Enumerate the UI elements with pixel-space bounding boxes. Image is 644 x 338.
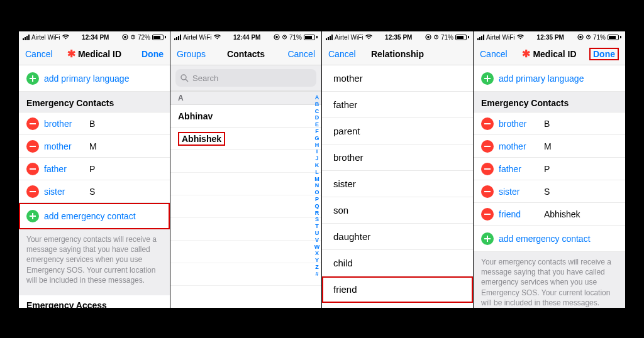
clock: 12:44 PM	[233, 34, 260, 41]
contact-name: P	[544, 164, 550, 174]
contact-relationship: brother	[44, 119, 80, 129]
remove-icon[interactable]	[481, 117, 494, 130]
contact-name: B	[544, 119, 550, 129]
remove-icon[interactable]	[26, 163, 39, 175]
carrier-label: Airtel WiFi	[183, 34, 212, 41]
svg-line-7	[186, 79, 188, 82]
remove-icon[interactable]	[26, 117, 39, 130]
nav-bar: Cancel ✱Medical ID Done	[19, 43, 170, 65]
battery-icon	[455, 35, 469, 40]
remove-icon[interactable]	[481, 208, 494, 221]
contact-name: M	[544, 141, 552, 151]
search-placeholder: Search	[192, 74, 218, 83]
add-emergency-contact-row[interactable]: add emergency contact	[474, 226, 625, 252]
signal-icon	[326, 35, 333, 40]
add-contact-label: add emergency contact	[44, 211, 136, 221]
svg-rect-12	[579, 36, 581, 38]
contact-relationship: friend	[499, 209, 535, 219]
carrier-label: Airtel WiFi	[486, 34, 515, 41]
remove-icon[interactable]	[481, 140, 494, 153]
status-bar: Airtel WiFi 12:44 PM 71%	[170, 31, 321, 43]
emergency-contact-row[interactable]: fatherP	[19, 158, 170, 180]
relationship-option[interactable]: friend	[322, 276, 473, 303]
cancel-button[interactable]: Cancel	[287, 49, 315, 59]
screen-medical-id-before: Airtel WiFi 12:34 PM 72% Cancel ✱Medical…	[19, 31, 170, 308]
cancel-button[interactable]: Cancel	[25, 49, 53, 59]
remove-icon[interactable]	[481, 163, 494, 175]
add-primary-language-row[interactable]: add primary language	[474, 65, 625, 92]
plus-icon	[481, 232, 494, 245]
contact-relationship: sister	[44, 187, 80, 197]
relationship-option[interactable]: daughter	[322, 224, 473, 250]
contact-relationship: mother	[499, 141, 535, 151]
relationship-option[interactable]: child	[322, 250, 473, 276]
alarm-icon	[130, 34, 136, 41]
signal-icon	[174, 35, 181, 40]
clock: 12:35 PM	[385, 34, 412, 41]
alarm-icon	[586, 34, 591, 41]
groups-button[interactable]: Groups	[177, 49, 206, 59]
remove-icon[interactable]	[26, 185, 39, 198]
emergency-contact-row[interactable]: brotherB	[474, 112, 625, 135]
svg-rect-1	[124, 36, 126, 38]
contact-relationship: sister	[499, 187, 535, 197]
emergency-access-header: Emergency Access	[19, 295, 170, 308]
signal-icon	[477, 35, 484, 40]
search-icon	[180, 74, 189, 82]
add-primary-language-row[interactable]: add primary language	[19, 65, 170, 92]
remove-icon[interactable]	[481, 185, 494, 198]
contact-relationship: brother	[499, 119, 535, 129]
status-bar: Airtel WiFi 12:34 PM 72%	[19, 31, 170, 43]
battery-percent: 71%	[441, 34, 453, 41]
status-bar: Airtel WiFi 12:35 PM 71%	[474, 31, 625, 43]
add-emergency-contact-row[interactable]: add emergency contact	[19, 203, 170, 229]
signal-icon	[23, 35, 30, 40]
relationship-option[interactable]: son	[322, 197, 473, 224]
rotation-lock-icon	[274, 34, 280, 40]
relationship-option[interactable]: sister	[322, 171, 473, 197]
contact-row[interactable]: Abhishek	[170, 128, 321, 150]
contact-name: S	[544, 187, 550, 197]
plus-icon	[481, 72, 494, 85]
relationship-list[interactable]: motherfatherparentbrothersistersondaught…	[322, 65, 473, 308]
emergency-contact-row[interactable]: brotherB	[19, 112, 170, 135]
battery-icon	[304, 35, 318, 40]
emergency-contact-row[interactable]: sisterS	[474, 180, 625, 203]
done-button[interactable]: Done	[589, 48, 619, 60]
plus-icon	[26, 72, 39, 85]
contact-name: B	[89, 119, 95, 129]
emergency-contact-row[interactable]: fatherP	[474, 158, 625, 180]
contact-name: S	[89, 187, 95, 197]
list-area: add primary language Emergency Contacts …	[474, 65, 625, 308]
emergency-contact-row[interactable]: motherM	[474, 135, 625, 158]
wifi-icon	[214, 35, 221, 40]
medical-id-star-icon: ✱	[67, 49, 75, 59]
contact-row[interactable]: Abhinav	[170, 105, 321, 128]
contact-relationship: father	[44, 164, 80, 174]
relationship-option[interactable]: mother	[322, 65, 473, 92]
relationship-option[interactable]: parent	[322, 118, 473, 144]
search-input[interactable]: Search	[175, 69, 316, 87]
svg-point-6	[181, 75, 186, 80]
wifi-icon	[62, 35, 69, 40]
cancel-button[interactable]: Cancel	[328, 49, 356, 59]
relationship-option[interactable]: father	[322, 92, 473, 118]
plus-icon	[26, 210, 39, 222]
add-language-label: add primary language	[44, 74, 129, 84]
section-letter: A	[170, 91, 321, 105]
four-screens: Airtel WiFi 12:34 PM 72% Cancel ✱Medical…	[19, 31, 625, 308]
emergency-contact-row[interactable]: motherM	[19, 135, 170, 158]
emergency-contact-row[interactable]: sisterS	[19, 180, 170, 203]
add-contact-label: add emergency contact	[499, 234, 591, 244]
battery-percent: 72%	[138, 34, 150, 41]
cancel-button[interactable]: Cancel	[480, 49, 508, 59]
relationship-option[interactable]: brother	[322, 144, 473, 171]
rotation-lock-icon	[122, 34, 128, 40]
screen-contacts-picker: Airtel WiFi 12:44 PM 71% Groups Contacts…	[170, 31, 322, 308]
alphabet-index[interactable]: ABCDEFGHIJKLMNOPQRSTUVWXYZ#	[313, 94, 321, 308]
carrier-label: Airtel WiFi	[335, 34, 364, 41]
remove-icon[interactable]	[26, 140, 39, 153]
contacts-list[interactable]: A Abhinav Abhishek	[170, 91, 321, 308]
emergency-contact-row[interactable]: friendAbhishek	[474, 203, 625, 226]
done-button[interactable]: Done	[142, 49, 164, 59]
